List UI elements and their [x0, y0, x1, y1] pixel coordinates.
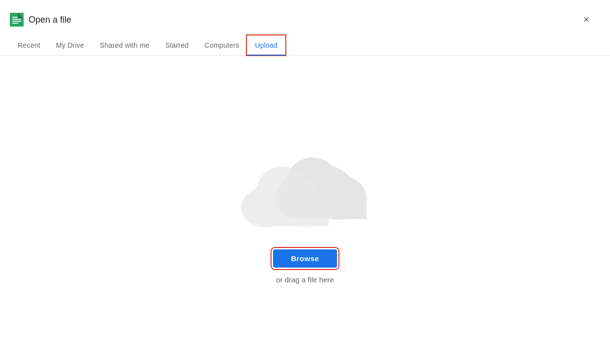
svg-point-16	[280, 177, 320, 212]
cloud-illustration	[226, 136, 384, 235]
dialog-header: Open a file ×	[0, 0, 610, 30]
browse-button[interactable]: Browse	[273, 249, 336, 268]
tab-computers[interactable]: Computers	[197, 35, 247, 55]
sheets-icon	[10, 13, 24, 27]
upload-content: Browse or drag a file here	[0, 56, 610, 364]
svg-rect-3	[12, 21, 21, 22]
tab-upload[interactable]: Upload	[247, 35, 285, 55]
svg-rect-14	[258, 209, 329, 226]
close-button[interactable]: ×	[577, 10, 596, 30]
open-file-dialog: Open a file × Recent My Drive Shared wit…	[0, 0, 610, 364]
tab-shared-with-me[interactable]: Shared with me	[92, 35, 157, 55]
drag-text: or drag a file here	[276, 275, 334, 284]
tab-starred[interactable]: Starred	[157, 35, 197, 55]
tab-recent[interactable]: Recent	[10, 35, 48, 55]
header-left: Open a file	[10, 13, 71, 27]
svg-rect-4	[12, 23, 18, 24]
svg-rect-2	[12, 19, 21, 20]
tab-bar: Recent My Drive Shared with me Starred C…	[0, 35, 610, 56]
browse-button-wrapper: Browse	[273, 249, 336, 268]
tab-my-drive[interactable]: My Drive	[48, 35, 92, 55]
dialog-title: Open a file	[29, 15, 71, 25]
